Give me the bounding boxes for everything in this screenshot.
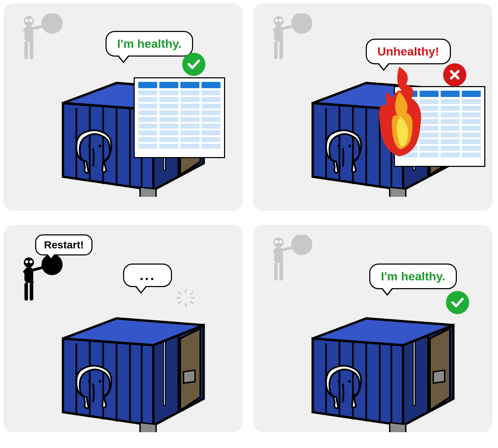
container-speech-text: Unhealthy! xyxy=(377,45,439,58)
container-speech-bubble: I'm healthy. xyxy=(106,31,193,57)
checkmark-icon xyxy=(451,296,465,310)
inspector-speech-bubble: Restart! xyxy=(35,234,92,255)
status-badge-err xyxy=(443,63,466,86)
status-badge-ok xyxy=(446,291,469,314)
diagram-canvas: I'm healthy. xyxy=(0,0,498,448)
database-table-icon xyxy=(134,77,225,158)
shipping-container-postgres-icon xyxy=(285,292,468,432)
status-badge-ok xyxy=(182,53,205,76)
container-speech-text: I'm healthy. xyxy=(381,270,445,283)
inspector-icon xyxy=(264,235,320,291)
checkmark-icon xyxy=(187,57,201,71)
container-speech-bubble: Unhealthy! xyxy=(366,39,451,64)
container-speech-bubble: I'm healthy. xyxy=(369,264,457,289)
cross-icon xyxy=(448,68,462,82)
container-speech-bubble: ... xyxy=(123,264,172,287)
panel-3-restart: Restart! ... xyxy=(4,225,243,432)
fire-icon xyxy=(373,67,426,158)
panel-2-unhealthy: Unhealthy! xyxy=(253,4,492,211)
container-speech-text: I'm healthy. xyxy=(117,37,181,50)
loading-spinner-icon xyxy=(176,288,196,308)
inspector-speech-text: Restart! xyxy=(44,239,84,251)
shipping-container-postgres-icon xyxy=(35,292,218,432)
container-speech-text: ... xyxy=(140,267,155,283)
panel-1-healthy: I'm healthy. xyxy=(4,4,243,211)
panel-4-healthy-again: I'm healthy. xyxy=(253,225,492,432)
